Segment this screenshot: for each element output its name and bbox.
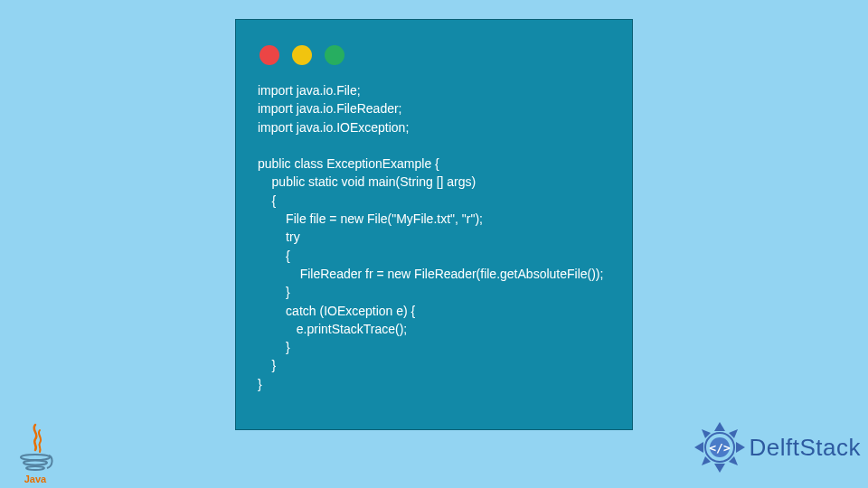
svg-text:</>: </> — [709, 441, 731, 455]
java-logo-icon: Java — [13, 421, 58, 484]
minimize-icon[interactable] — [292, 45, 312, 65]
svg-point-2 — [26, 466, 44, 470]
code-content: import java.io.File; import java.io.File… — [236, 65, 632, 393]
delftstack-label: DelftStack — [750, 434, 862, 462]
delftstack-badge-icon: </> — [692, 419, 748, 475]
svg-point-1 — [24, 461, 47, 465]
close-icon[interactable] — [259, 45, 279, 65]
delftstack-logo: </> DelftStack — [692, 419, 862, 475]
window-traffic-lights — [236, 20, 632, 65]
maximize-icon[interactable] — [325, 45, 344, 65]
code-window: import java.io.File; import java.io.File… — [235, 19, 633, 430]
svg-point-0 — [21, 455, 50, 460]
svg-text:Java: Java — [24, 474, 47, 484]
